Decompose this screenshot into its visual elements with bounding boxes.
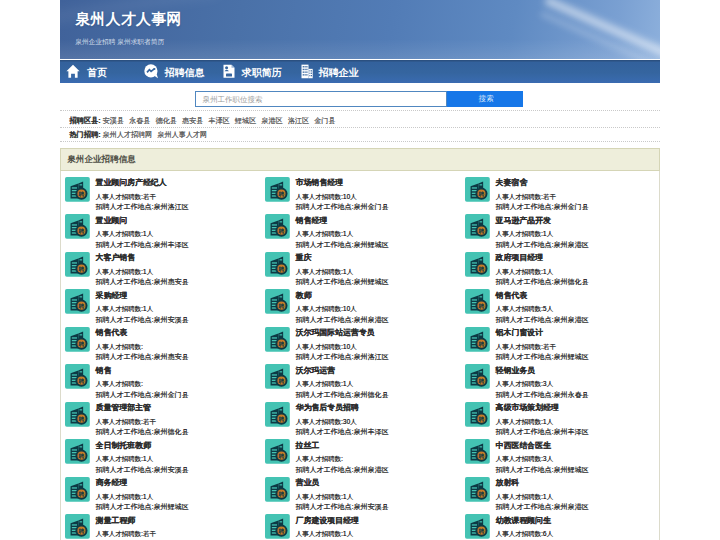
svg-text:聘: 聘 [278,191,285,198]
svg-text:聘: 聘 [478,453,485,460]
svg-text:聘: 聘 [78,266,85,273]
svg-text:聘: 聘 [478,416,485,423]
svg-text:聘: 聘 [78,491,85,498]
svg-text:聘: 聘 [478,228,485,235]
svg-text:聘: 聘 [478,378,485,385]
svg-text:聘: 聘 [478,491,485,498]
svg-text:聘: 聘 [278,378,285,385]
svg-text:聘: 聘 [278,228,285,235]
svg-text:聘: 聘 [78,303,85,310]
svg-text:聘: 聘 [78,416,85,423]
svg-text:聘: 聘 [478,191,485,198]
svg-text:聘: 聘 [78,191,85,198]
svg-text:聘: 聘 [278,303,285,310]
svg-text:聘: 聘 [278,416,285,423]
svg-text:聘: 聘 [278,266,285,273]
svg-text:聘: 聘 [278,341,285,348]
svg-text:聘: 聘 [278,453,285,460]
svg-text:聘: 聘 [78,453,85,460]
svg-text:聘: 聘 [478,528,485,535]
svg-text:聘: 聘 [78,528,85,535]
svg-text:聘: 聘 [78,378,85,385]
svg-text:聘: 聘 [78,341,85,348]
svg-text:聘: 聘 [478,303,485,310]
svg-text:聘: 聘 [278,491,285,498]
svg-text:聘: 聘 [478,341,485,348]
svg-text:聘: 聘 [478,266,485,273]
svg-text:聘: 聘 [278,528,285,535]
svg-text:聘: 聘 [78,228,85,235]
